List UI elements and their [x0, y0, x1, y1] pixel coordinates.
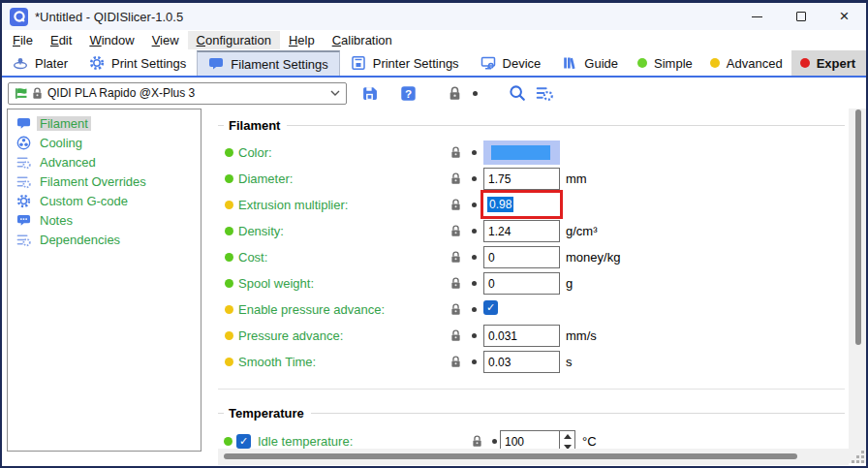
gear-icon	[89, 55, 105, 71]
search-settings-button[interactable]	[534, 82, 555, 104]
guide-icon	[562, 55, 577, 71]
mode-simple-button[interactable]: Simple	[629, 50, 701, 76]
color-swatch-button[interactable]	[483, 140, 560, 165]
help-button[interactable]	[397, 82, 418, 104]
sidebar-item-custom-gcode[interactable]: Custom G-code	[8, 191, 201, 210]
tab-print-settings[interactable]: Print Settings	[78, 50, 197, 76]
lock-icon[interactable]	[444, 82, 465, 104]
field-row-pressure-advance: Pressure advance: mm/s	[218, 323, 849, 349]
lock-icon[interactable]	[450, 172, 461, 185]
green-dot-icon	[224, 437, 232, 446]
filament-preset-dropdown[interactable]: QIDI PLA Rapido @X-Plus 3	[8, 82, 347, 105]
lock-icon[interactable]	[450, 329, 461, 342]
menu-edit[interactable]: Edit	[42, 31, 80, 49]
vertical-scrollbar-thumb[interactable]	[855, 109, 861, 345]
menu-configuration[interactable]: Configuration	[188, 31, 280, 49]
search-button[interactable]	[507, 82, 528, 104]
lock-icon[interactable]	[450, 277, 461, 290]
vertical-scrollbar[interactable]	[849, 109, 866, 463]
settings-panel: Filament Color: Diameter: mm Extrusion m…	[218, 109, 849, 455]
bullet-icon	[472, 150, 477, 155]
window-title: *Untitled - QIDISlicer-1.0.5	[35, 10, 183, 24]
filament-icon	[16, 115, 31, 131]
field-row-color: Color:	[218, 140, 849, 166]
yellow-dot-icon	[225, 305, 233, 314]
field-row-diameter: Diameter: mm	[218, 166, 849, 192]
field-row-extrusion-multiplier: Extrusion multiplier: 0.98	[218, 192, 849, 218]
menu-window[interactable]: Window	[80, 31, 142, 49]
sidebar-item-dependencies[interactable]: Dependencies	[8, 230, 201, 249]
green-dot-icon	[225, 148, 233, 157]
filament-icon	[208, 56, 224, 72]
enable-pressure-advance-checkbox[interactable]: ✓	[483, 300, 498, 315]
green-dot-icon	[225, 279, 233, 288]
tab-bar: Plater Print Settings Filament Settings …	[2, 50, 866, 76]
lock-icon[interactable]	[472, 435, 482, 448]
horizontal-scrollbar[interactable]	[218, 449, 849, 465]
density-input[interactable]	[483, 220, 560, 242]
field-row-spool-weight: Spool weight: g	[218, 270, 849, 296]
horizontal-scrollbar-thumb[interactable]	[224, 453, 797, 459]
tab-filament-settings[interactable]: Filament Settings	[197, 50, 339, 76]
green-dot-icon	[225, 227, 233, 235]
preset-name: QIDI PLA Rapido @X-Plus 3	[47, 86, 330, 100]
lock-icon[interactable]	[450, 303, 461, 316]
yellow-dot-icon	[225, 331, 233, 340]
idle-temperature-checkbox[interactable]: ✓	[236, 434, 251, 449]
extrusion-multiplier-input[interactable]: 0.98	[480, 190, 563, 219]
maximize-icon	[796, 12, 806, 21]
section-title: Filament	[229, 118, 280, 133]
tab-printer-settings[interactable]: Printer Settings	[340, 50, 470, 76]
tab-device[interactable]: Device	[470, 50, 552, 76]
fan-icon	[16, 135, 31, 150]
menu-help[interactable]: Help	[280, 31, 324, 49]
sidebar-item-filament[interactable]: Filament	[8, 113, 201, 133]
settings-category-list: Filament Cooling Advanced Filament Overr…	[7, 109, 202, 452]
bullet-icon	[473, 91, 478, 96]
menu-view[interactable]: View	[143, 31, 188, 49]
resize-grip[interactable]	[851, 450, 866, 465]
mode-expert-button[interactable]: Expert	[791, 50, 868, 76]
sidebar-item-advanced[interactable]: Advanced	[8, 152, 201, 172]
cost-input[interactable]	[483, 246, 560, 268]
minimize-button[interactable]	[735, 3, 779, 30]
field-row-density: Density: g/cm³	[218, 218, 849, 244]
sidebar-item-cooling[interactable]: Cooling	[8, 133, 201, 152]
smooth-time-input[interactable]	[483, 351, 560, 373]
save-preset-button[interactable]	[358, 82, 380, 104]
sliders-gear-icon	[16, 232, 31, 247]
preset-toolbar: QIDI PLA Rapido @X-Plus 3	[2, 78, 866, 109]
advanced-dot-icon	[710, 58, 720, 68]
lock-icon[interactable]	[450, 356, 461, 368]
simple-dot-icon	[637, 58, 647, 68]
section-title: Temperature	[229, 406, 304, 421]
mode-advanced-button[interactable]: Advanced	[701, 50, 791, 76]
color-swatch	[491, 145, 550, 160]
lock-icon[interactable]	[450, 225, 461, 237]
pressure-advance-input[interactable]	[483, 325, 560, 347]
section-header-temperature: Temperature	[218, 406, 845, 421]
diameter-input[interactable]	[483, 168, 560, 190]
plater-icon	[13, 55, 28, 71]
maximize-button[interactable]	[779, 3, 822, 30]
minimize-icon	[752, 16, 762, 17]
lock-icon[interactable]	[450, 251, 461, 264]
title-bar: *Untitled - QIDISlicer-1.0.5 ×	[2, 3, 866, 30]
tab-guide[interactable]: Guide	[551, 50, 629, 76]
printer-icon	[351, 55, 366, 71]
field-row-smooth-time: Smooth Time: s	[218, 349, 849, 375]
tab-plater[interactable]: Plater	[2, 50, 78, 76]
close-button[interactable]: ×	[822, 3, 866, 30]
lock-icon[interactable]	[450, 199, 461, 211]
app-window: *Untitled - QIDISlicer-1.0.5 × File Edit…	[0, 0, 868, 468]
yellow-dot-icon	[225, 201, 233, 209]
spool-weight-input[interactable]	[483, 272, 560, 295]
bullet-icon	[472, 229, 477, 234]
menu-file[interactable]: File	[4, 31, 42, 49]
spinner-up-icon[interactable]	[560, 431, 574, 442]
sidebar-item-filament-overrides[interactable]: Filament Overrides	[8, 172, 201, 191]
close-icon: ×	[840, 7, 850, 26]
menu-calibration[interactable]: Calibration	[324, 31, 401, 49]
sidebar-item-notes[interactable]: Notes	[8, 210, 201, 230]
lock-icon[interactable]	[450, 146, 461, 159]
